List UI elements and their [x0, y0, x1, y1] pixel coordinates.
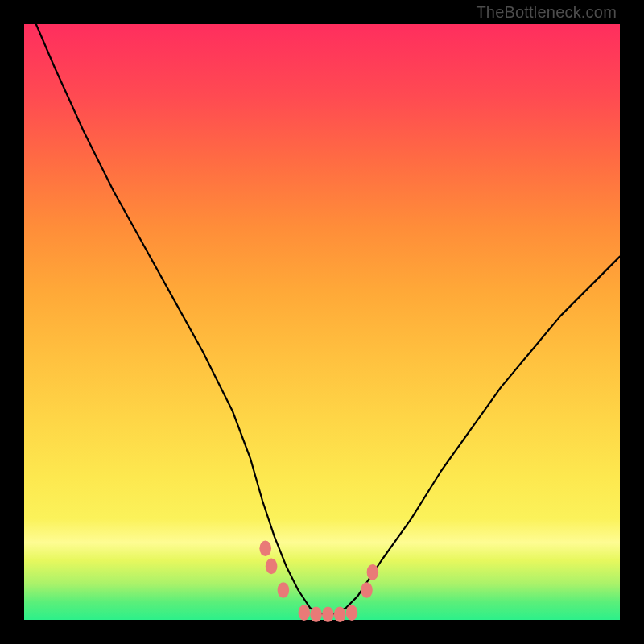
marker-dot [299, 605, 311, 621]
marker-dot [259, 540, 271, 556]
marker-dot [322, 607, 334, 623]
curve-svg [24, 24, 620, 620]
marker-dot [278, 582, 290, 598]
marker-dot [361, 582, 373, 598]
bottleneck-curve-path [36, 24, 620, 614]
plot-area [24, 24, 620, 620]
marker-dot [334, 607, 346, 623]
marker-dot [266, 559, 278, 575]
chart-frame: TheBottleneck.com [0, 0, 644, 644]
marker-layer [259, 540, 378, 622]
marker-dot [310, 607, 322, 623]
marker-dot [367, 564, 379, 580]
curve-layer [36, 24, 620, 614]
watermark-text: TheBottleneck.com [476, 3, 617, 22]
marker-dot [346, 605, 358, 621]
